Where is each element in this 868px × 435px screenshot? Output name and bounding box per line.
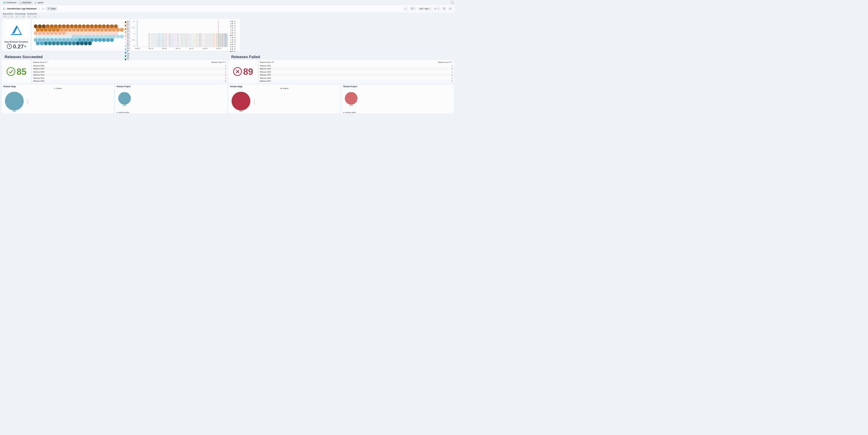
table-row[interactable]: Release-10051 <box>259 74 454 77</box>
bar[interactable] <box>206 33 207 47</box>
bar[interactable] <box>205 33 205 47</box>
release-bar-chart[interactable]: 21.510.50 Jan 23Jan 24Jan 25Jan 26Jan 27… <box>131 19 240 51</box>
bar[interactable] <box>178 33 178 47</box>
hex-cell[interactable] <box>52 41 56 46</box>
bar[interactable] <box>213 33 213 47</box>
bar[interactable] <box>189 33 189 47</box>
bar[interactable] <box>182 33 183 47</box>
legend-item[interactable]: R…8 <box>230 37 239 38</box>
pie-legend[interactable]: Staging <box>54 87 62 89</box>
table-row[interactable]: Release-10201 <box>32 80 227 83</box>
bar[interactable] <box>218 20 219 47</box>
legend-item[interactable]: R…2 <box>230 39 239 41</box>
bar[interactable] <box>188 33 188 47</box>
history-button[interactable] <box>442 6 446 11</box>
bar[interactable] <box>222 33 222 47</box>
legend-item[interactable]: R…6 <box>230 30 239 31</box>
pie-chart[interactable] <box>118 92 131 105</box>
pie-chart[interactable] <box>232 92 250 110</box>
bar[interactable] <box>162 33 162 47</box>
bar[interactable] <box>156 33 157 47</box>
share-button[interactable]: Share <box>46 7 57 11</box>
bar[interactable] <box>159 33 160 47</box>
filter-select-releasename[interactable]: * ▾ <box>3 15 13 19</box>
legend-item[interactable]: R…8 <box>230 48 239 50</box>
legend-item[interactable]: R…2 <box>230 51 239 52</box>
bar[interactable] <box>219 33 219 47</box>
hex-cell[interactable] <box>56 41 60 46</box>
table-row[interactable]: Release-10241 <box>32 83 227 83</box>
hex-cell[interactable] <box>68 41 72 46</box>
bar[interactable] <box>184 33 184 47</box>
bar[interactable] <box>209 33 209 47</box>
table-row[interactable]: Release-10061 <box>259 76 454 80</box>
bar[interactable] <box>155 33 155 47</box>
add-button[interactable]: ＋ <box>403 6 408 11</box>
bar[interactable] <box>173 33 174 47</box>
table-row[interactable]: Release-10081 <box>32 70 227 74</box>
legend-item[interactable]: R…8 <box>230 25 239 27</box>
bar[interactable] <box>207 33 208 47</box>
bar[interactable] <box>198 33 198 47</box>
bar[interactable] <box>190 33 191 47</box>
legend-item[interactable]: R…4 <box>230 34 239 36</box>
bar[interactable] <box>223 33 224 47</box>
bar[interactable] <box>157 33 158 47</box>
table-row[interactable]: Release-10031 <box>259 70 454 74</box>
pie-chart[interactable] <box>5 92 24 110</box>
bar[interactable] <box>164 33 164 47</box>
bar[interactable] <box>223 33 223 47</box>
bar[interactable] <box>221 33 221 47</box>
bar[interactable] <box>171 33 171 47</box>
hex-cell[interactable] <box>84 41 88 46</box>
filter-select-buildnumber[interactable]: * ▾ <box>27 15 37 19</box>
more-vertical-icon[interactable]: ⋮ <box>38 7 40 10</box>
bar[interactable] <box>195 33 195 47</box>
bar[interactable] <box>199 33 200 47</box>
bar[interactable] <box>137 20 137 47</box>
bar[interactable] <box>166 33 167 47</box>
timerange-select[interactable]: Last 7 days ▾ <box>418 7 432 11</box>
hex-cell[interactable] <box>48 41 52 46</box>
legend-item[interactable]: R…4 <box>230 23 239 25</box>
bar[interactable] <box>186 33 186 47</box>
th-release-name[interactable]: Release Name ⇅ ▾ <box>260 61 438 63</box>
bar[interactable] <box>214 33 214 47</box>
settings-button[interactable] <box>448 6 453 11</box>
bar[interactable] <box>149 33 150 47</box>
bar[interactable] <box>202 33 202 47</box>
panel-icon[interactable] <box>3 7 6 10</box>
more-vertical-icon[interactable]: ⋮ <box>38 15 41 18</box>
legend-item[interactable]: R…0 <box>230 44 239 46</box>
bar[interactable] <box>148 33 149 47</box>
th-release-count[interactable]: Release Count ⇅ ▾ <box>211 61 226 63</box>
hex-cell[interactable] <box>44 41 48 46</box>
bar[interactable] <box>226 33 226 47</box>
bar[interactable] <box>172 33 173 47</box>
hex-heatmap[interactable]: 28.4 min26.3 min24.1 min21.9 min19.8 min… <box>32 19 130 51</box>
tab-dashboards[interactable]: Dashboards <box>2 1 18 4</box>
bar[interactable] <box>203 33 203 47</box>
bar[interactable] <box>161 33 161 47</box>
hex-cell[interactable] <box>64 41 68 46</box>
bar[interactable] <box>215 33 216 47</box>
bar[interactable] <box>158 33 159 47</box>
hex-cell[interactable] <box>76 41 80 46</box>
bar[interactable] <box>224 33 224 47</box>
table-row[interactable]: Release-10121 <box>32 74 227 77</box>
bar[interactable] <box>163 33 163 47</box>
bar[interactable] <box>168 33 169 47</box>
bar[interactable] <box>150 33 151 47</box>
bar[interactable] <box>176 33 176 47</box>
pie-legend[interactable]: Staging <box>281 87 288 89</box>
table-row[interactable]: Release-10001 <box>32 64 227 67</box>
bar[interactable] <box>222 33 222 47</box>
tab-new-dashboard[interactable]: ＋ Dashboard <box>18 1 33 4</box>
bar[interactable] <box>204 33 204 47</box>
bar[interactable] <box>200 33 201 47</box>
legend-item[interactable]: R…0 <box>230 21 239 22</box>
bar[interactable] <box>153 33 153 47</box>
pie-chart[interactable] <box>345 92 358 105</box>
bar[interactable] <box>179 33 179 47</box>
bar[interactable] <box>181 33 182 47</box>
